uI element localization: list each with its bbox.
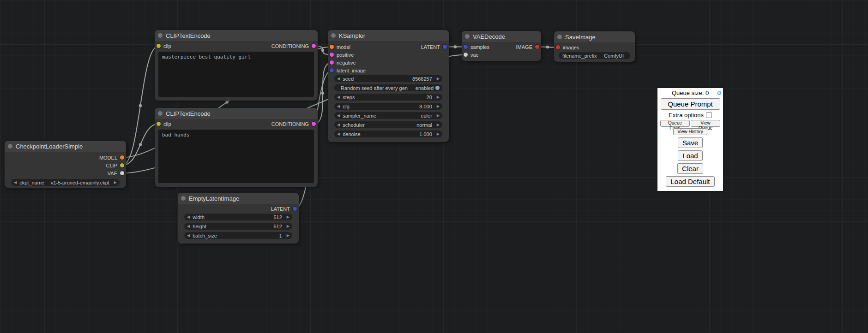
output-slot-vae[interactable]: VAE <box>5 169 126 177</box>
node-emptylatentimage[interactable]: EmptyLatentImage LATENT ◀ width 512 ▶ ◀ … <box>178 193 299 244</box>
output-slot-latent[interactable]: LATENT <box>178 205 299 213</box>
widget-ckpt-name[interactable]: ◀ ckpt_name v1-5-pruned-emaonly.ckpt ▶ <box>11 179 120 186</box>
latent-output-dot[interactable] <box>293 207 297 211</box>
decrease-arrow-icon[interactable]: ◀ <box>187 234 190 238</box>
output-slot-latent[interactable]: LATENT <box>398 43 449 51</box>
increase-arrow-icon[interactable]: ▶ <box>287 234 289 238</box>
clip-input-dot[interactable] <box>157 44 161 48</box>
node-collapse-dot-icon[interactable] <box>465 34 470 39</box>
widget-cfg[interactable]: ◀ cfg 8.000 ▶ <box>334 103 442 110</box>
node-checkpointloadersimple[interactable]: CheckpointLoaderSimple MODEL CLIP VAE ◀ … <box>5 141 126 188</box>
input-slot-positive[interactable]: positive <box>328 51 449 59</box>
node-title-bar[interactable]: VAEDecode <box>462 31 541 42</box>
output-slot-clip[interactable]: CLIP <box>5 161 126 169</box>
clear-button[interactable]: Clear <box>677 163 703 174</box>
output-slot-image[interactable]: IMAGE <box>504 43 541 51</box>
node-collapse-dot-icon[interactable] <box>8 144 12 149</box>
save-button[interactable]: Save <box>678 137 703 148</box>
load-default-button[interactable]: Load Default <box>666 176 714 187</box>
conditioning-input-dot[interactable] <box>330 53 334 57</box>
increase-arrow-icon[interactable]: ▶ <box>287 215 289 219</box>
node-collapse-dot-icon[interactable] <box>557 35 562 39</box>
decrease-arrow-icon[interactable]: ◀ <box>14 181 17 184</box>
image-input-dot[interactable] <box>556 45 560 49</box>
widget-batch-size[interactable]: ◀ batch_size 1 ▶ <box>184 232 292 239</box>
vae-input-dot[interactable] <box>464 53 468 57</box>
widget-denoise[interactable]: ◀ denoise 1.000 ▶ <box>334 131 442 137</box>
increase-arrow-icon[interactable]: ▶ <box>437 114 440 118</box>
increase-arrow-icon[interactable]: ▶ <box>437 123 440 127</box>
node-title-bar[interactable]: CheckpointLoaderSimple <box>5 141 126 152</box>
node-collapse-dot-icon[interactable] <box>331 33 336 38</box>
settings-gear-icon[interactable]: ⚙ <box>717 89 722 97</box>
load-button[interactable]: Load <box>678 150 702 161</box>
view-history-button[interactable]: View History <box>673 128 707 135</box>
widget-filename-prefix[interactable]: filename_prefix ComfyUI <box>559 52 630 59</box>
increase-arrow-icon[interactable]: ▶ <box>437 95 440 99</box>
widget-scheduler[interactable]: ◀ scheduler normal ▶ <box>334 121 442 128</box>
node-title-bar[interactable]: CLIPTextEncode <box>155 108 318 119</box>
decrease-arrow-icon[interactable]: ◀ <box>187 215 190 219</box>
toggle-on-indicator[interactable] <box>435 86 440 90</box>
latent-output-dot[interactable] <box>443 45 447 49</box>
node-collapse-dot-icon[interactable] <box>181 196 186 201</box>
input-slot-latent-image[interactable]: latent_image <box>328 66 449 74</box>
conditioning-output-dot[interactable] <box>312 44 316 48</box>
clip-input-dot[interactable] <box>157 122 161 126</box>
model-output-dot[interactable] <box>120 155 124 160</box>
decrease-arrow-icon[interactable]: ◀ <box>337 123 340 127</box>
increase-arrow-icon[interactable]: ▶ <box>437 132 440 136</box>
widget-height[interactable]: ◀ height 512 ▶ <box>184 223 292 230</box>
widget-sampler-name[interactable]: ◀ sampler_name euler ▶ <box>334 112 442 119</box>
decrease-arrow-icon[interactable]: ◀ <box>337 105 340 108</box>
node-ksampler[interactable]: KSampler model positive negative latent_… <box>328 30 449 142</box>
conditioning-input-dot[interactable] <box>330 60 334 65</box>
latent-input-dot[interactable] <box>330 68 334 72</box>
positive-prompt-textarea[interactable]: masterpiece best quality girl <box>158 52 314 97</box>
input-slot-vae[interactable]: vae <box>462 51 541 59</box>
output-slot-conditioning[interactable]: CONDITIONING <box>271 121 316 127</box>
node-cliptextencode-negative[interactable]: CLIPTextEncode clip CONDITIONING bad han… <box>155 108 318 187</box>
extra-options-checkbox[interactable] <box>706 112 712 118</box>
node-title-bar[interactable]: CLIPTextEncode <box>155 30 318 41</box>
queue-front-button[interactable]: Queue Front <box>660 120 690 127</box>
input-slot-images[interactable]: images <box>554 43 635 51</box>
widget-seed[interactable]: ◀ seed 8566257 ▶ <box>334 75 442 82</box>
widget-name: filename_prefix <box>562 53 597 59</box>
node-cliptextencode-positive[interactable]: CLIPTextEncode clip CONDITIONING masterp… <box>155 30 318 101</box>
conditioning-output-dot[interactable] <box>312 122 316 126</box>
widget-steps[interactable]: ◀ steps 20 ▶ <box>334 94 442 101</box>
decrease-arrow-icon[interactable]: ◀ <box>337 132 340 136</box>
view-queue-button[interactable]: View Queue <box>691 120 720 127</box>
widget-width[interactable]: ◀ width 512 ▶ <box>184 214 292 220</box>
node-title-bar[interactable]: KSampler <box>328 30 449 41</box>
widget-random-seed-toggle[interactable]: Random seed after every gen enabled <box>334 84 442 91</box>
node-collapse-dot-icon[interactable] <box>158 33 163 38</box>
increase-arrow-icon[interactable]: ▶ <box>287 225 289 228</box>
increase-arrow-icon[interactable]: ▶ <box>437 105 440 108</box>
node-saveimage[interactable]: SaveImage images filename_prefix ComfyUI <box>554 31 635 62</box>
queue-prompt-button[interactable]: Queue Prompt <box>661 98 720 110</box>
input-slot-negative[interactable]: negative <box>328 59 449 66</box>
negative-prompt-textarea[interactable]: bad hands <box>158 130 314 183</box>
output-slot-conditioning[interactable]: CONDITIONING <box>271 43 316 49</box>
decrease-arrow-icon[interactable]: ◀ <box>337 77 340 81</box>
vae-output-dot[interactable] <box>120 171 124 175</box>
decrease-arrow-icon[interactable]: ◀ <box>337 114 340 118</box>
node-vaedecode[interactable]: VAEDecode samples vae IMAGE <box>462 31 541 61</box>
increase-arrow-icon[interactable]: ▶ <box>114 181 117 184</box>
decrease-arrow-icon[interactable]: ◀ <box>337 95 340 99</box>
node-title: SaveImage <box>565 34 596 41</box>
clip-output-dot[interactable] <box>120 163 124 167</box>
node-title-bar[interactable]: EmptyLatentImage <box>178 193 299 204</box>
increase-arrow-icon[interactable]: ▶ <box>437 77 440 81</box>
model-input-dot[interactable] <box>330 45 334 49</box>
latent-input-dot[interactable] <box>464 45 468 49</box>
input-slot-clip[interactable]: clip <box>157 121 171 127</box>
image-output-dot[interactable] <box>535 45 539 49</box>
output-slot-model[interactable]: MODEL <box>5 154 126 161</box>
input-slot-clip[interactable]: clip <box>157 43 171 49</box>
node-title-bar[interactable]: SaveImage <box>554 31 635 42</box>
node-collapse-dot-icon[interactable] <box>158 111 163 116</box>
decrease-arrow-icon[interactable]: ◀ <box>187 225 190 228</box>
